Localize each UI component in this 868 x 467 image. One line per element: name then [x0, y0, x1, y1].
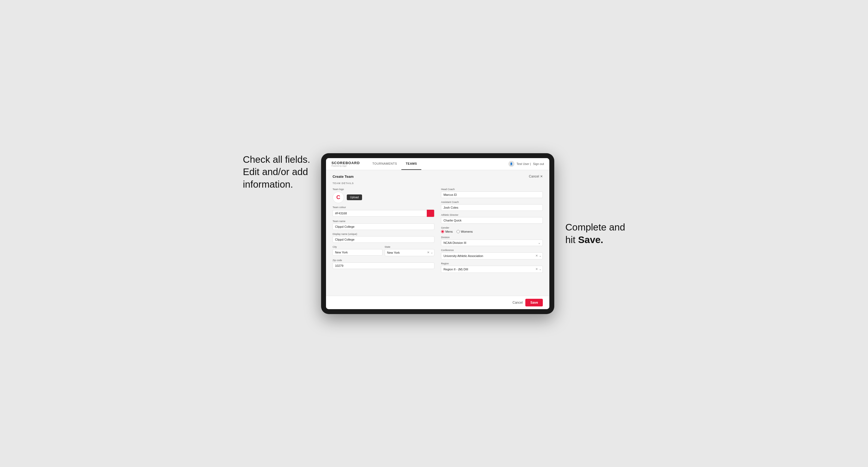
head-coach-group: Head Coach — [441, 188, 543, 198]
logo-preview: C — [333, 192, 344, 203]
region-clear-icon[interactable]: ✕ — [535, 268, 538, 271]
brand-title: SCOREBOARD — [332, 161, 360, 165]
region-select[interactable]: Region II - (M) DIII ✕ ⌄ — [441, 266, 543, 273]
logo-preview-row: C Upload — [333, 192, 434, 203]
tablet-screen: SCOREBOARD Powered by clippt TOURNAMENTS… — [326, 158, 549, 309]
gender-row: Mens Womens — [441, 230, 543, 233]
team-name-input[interactable] — [333, 223, 434, 230]
cancel-x-button[interactable]: Cancel ✕ — [529, 175, 543, 178]
instruction-right-line2: hit — [565, 234, 578, 245]
gender-womens-radio[interactable] — [457, 230, 460, 233]
state-chevron-icon: ⌄ — [431, 251, 433, 254]
gender-mens-text: Mens — [445, 230, 453, 233]
state-value: New York — [387, 251, 400, 254]
state-select-icons: ✕ ⌄ — [427, 251, 433, 254]
conference-clear-icon[interactable]: ✕ — [535, 254, 538, 257]
gender-womens-text: Womens — [461, 230, 473, 233]
conference-select-icons: ✕ ⌄ — [535, 254, 541, 257]
sign-out-link[interactable]: Sign out — [533, 162, 544, 165]
division-select-wrapper: NCAA Division III — [441, 240, 543, 246]
athletic-director-label: Athletic Director — [441, 214, 543, 216]
display-name-input[interactable] — [333, 236, 434, 243]
cancel-button[interactable]: Cancel — [513, 301, 523, 305]
zip-input[interactable] — [333, 262, 434, 269]
left-column: Team logo C Upload Team colour — [333, 188, 434, 273]
division-select[interactable]: NCAA Division III — [441, 240, 543, 246]
conference-select[interactable]: University Athletic Association ✕ ⌄ — [441, 252, 543, 259]
gender-group: Gender Mens Womens — [441, 226, 543, 233]
brand-powered: Powered by clippt — [332, 165, 360, 167]
city-input[interactable] — [333, 249, 382, 256]
team-colour-input[interactable] — [333, 210, 427, 217]
head-coach-label: Head Coach — [441, 188, 543, 191]
region-group: Region Region II - (M) DIII ✕ ⌄ — [441, 262, 543, 273]
instructions-right: Complete and hit Save. — [565, 221, 625, 246]
state-clear-icon[interactable]: ✕ — [427, 251, 430, 254]
instruction-line2: Edit and/or add — [243, 166, 308, 177]
gender-womens-label[interactable]: Womens — [457, 230, 473, 233]
athletic-director-input[interactable] — [441, 217, 543, 224]
upload-button[interactable]: Upload — [347, 194, 362, 200]
form-grid: Team logo C Upload Team colour — [333, 188, 543, 273]
form-footer: Cancel Save — [326, 296, 549, 309]
zip-group: Zip code — [333, 259, 434, 269]
instruction-line1: Check all fields. — [243, 154, 310, 165]
conference-group: Conference University Athletic Associati… — [441, 249, 543, 259]
form-title: Create Team — [333, 175, 353, 179]
tab-tournaments[interactable]: TOURNAMENTS — [368, 158, 401, 170]
navbar-brand: SCOREBOARD Powered by clippt — [332, 161, 360, 167]
instruction-line3: information. — [243, 179, 293, 190]
region-value: Region II - (M) DIII — [443, 268, 468, 271]
region-label: Region — [441, 262, 543, 265]
close-icon: ✕ — [540, 175, 543, 178]
division-group: Division NCAA Division III — [441, 236, 543, 246]
city-label: City — [333, 246, 382, 248]
gender-mens-label[interactable]: Mens — [441, 230, 453, 233]
form-container: Create Team Cancel ✕ TEAM DETAILS Team l… — [326, 170, 549, 296]
head-coach-input[interactable] — [441, 191, 543, 198]
gender-mens-radio[interactable] — [441, 230, 444, 233]
display-name-label: Display name (unique) — [333, 233, 434, 236]
navbar: SCOREBOARD Powered by clippt TOURNAMENTS… — [326, 158, 549, 170]
conference-label: Conference — [441, 249, 543, 251]
user-name: Test User | — [517, 162, 531, 165]
color-swatch[interactable] — [427, 210, 434, 217]
instruction-right-bold: Save. — [578, 234, 603, 245]
assistant-coach-label: Assistant Coach — [441, 201, 543, 204]
zip-label: Zip code — [333, 259, 434, 261]
region-chevron-icon: ⌄ — [539, 268, 541, 271]
team-name-group: Team name — [333, 220, 434, 230]
region-select-icons: ✕ ⌄ — [535, 268, 541, 271]
navbar-user: 👤 Test User | Sign out — [508, 161, 544, 167]
team-logo-label: Team logo — [333, 188, 434, 191]
page-wrapper: Check all fields. Edit and/or add inform… — [243, 153, 625, 314]
tab-teams[interactable]: TEAMS — [401, 158, 421, 170]
form-header: Create Team Cancel ✕ — [333, 175, 543, 179]
nav-tabs: TOURNAMENTS TEAMS — [368, 158, 508, 170]
user-avatar: 👤 — [508, 161, 515, 167]
display-name-group: Display name (unique) — [333, 233, 434, 243]
team-logo-section: Team logo C Upload — [333, 188, 434, 203]
state-select[interactable]: New York ✕ ⌄ — [385, 249, 435, 256]
athletic-director-group: Athletic Director — [441, 214, 543, 224]
state-group: State New York ✕ ⌄ — [385, 246, 435, 256]
conference-chevron-icon: ⌄ — [539, 254, 541, 257]
instructions-left: Check all fields. Edit and/or add inform… — [243, 153, 310, 191]
team-name-label: Team name — [333, 220, 434, 223]
right-column: Head Coach Assistant Coach Athletic Dire… — [441, 188, 543, 273]
assistant-coach-group: Assistant Coach — [441, 201, 543, 211]
state-label: State — [385, 246, 435, 248]
assistant-coach-input[interactable] — [441, 204, 543, 211]
city-group: City — [333, 246, 382, 256]
color-input-row — [333, 210, 434, 217]
division-label: Division — [441, 236, 543, 239]
instruction-right-line1: Complete and — [565, 222, 625, 232]
section-label: TEAM DETAILS — [333, 182, 543, 185]
team-colour-label: Team colour — [333, 206, 434, 209]
team-colour-group: Team colour — [333, 206, 434, 217]
gender-label: Gender — [441, 226, 543, 229]
tablet-container: SCOREBOARD Powered by clippt TOURNAMENTS… — [321, 153, 554, 314]
save-button[interactable]: Save — [525, 299, 543, 306]
city-state-row: City State New York ✕ ⌄ — [333, 246, 434, 256]
conference-value: University Athletic Association — [443, 254, 483, 257]
